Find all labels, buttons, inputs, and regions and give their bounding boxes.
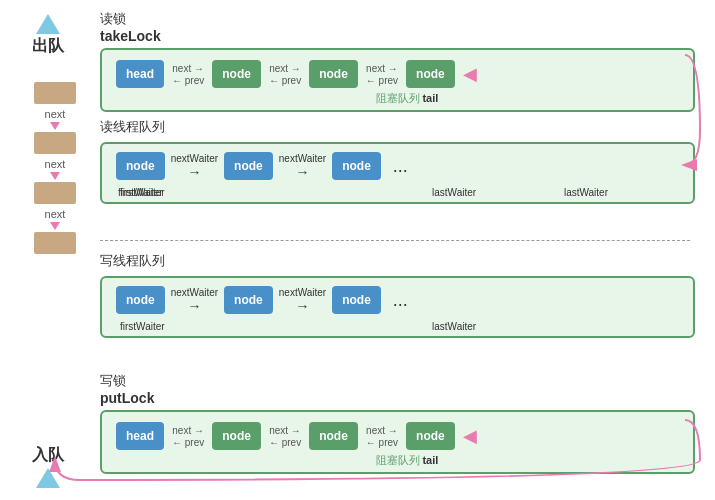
next-label-3: next: [45, 208, 66, 220]
readlock-node2: node: [309, 60, 358, 88]
wt-arrow1: nextWaiter →: [171, 287, 218, 314]
write-thread-green-box: node nextWaiter → node nextWaiter → node…: [100, 276, 695, 338]
readlock-head-node: head: [116, 60, 164, 88]
down-arrow-3: [50, 222, 60, 230]
writelock-section: 写锁 putLock head next → ← prev node next …: [100, 372, 695, 474]
rt-first-waiter-abs: firstWaiter: [120, 187, 165, 198]
writelock-node1-wrap: node: [212, 422, 261, 450]
rt-last-waiter-abs: lastWaiter: [432, 187, 476, 198]
divider: [100, 240, 690, 241]
wt-dots: ...: [393, 290, 408, 311]
read-thread-green-box: node firstWaiter nextWaiter → node nextW…: [100, 142, 695, 204]
rt-arrow1: nextWaiter →: [171, 153, 218, 180]
writelock-title-en: putLock: [100, 390, 154, 406]
rt-node3-wrap: node lastWaiter: [332, 152, 381, 180]
queue-block-1: [34, 82, 76, 104]
between-wl-n1-n2: next → ← prev: [269, 425, 301, 448]
writelock-head-node: head: [116, 422, 164, 450]
wt-node2-wrap: node: [224, 286, 273, 314]
diagram-container: 出队 next next next 入队 读锁 takeLock: [0, 0, 715, 500]
between-n1-n2: next → ← prev: [269, 63, 301, 86]
between-wl-n2-n3: next → ← prev: [366, 425, 398, 448]
readlock-tail-label: tail: [422, 92, 438, 104]
readlock-section: 读锁 takeLock head next → ← prev node: [100, 10, 695, 112]
writelock-tail-label: tail: [422, 454, 438, 466]
dequeue-arrow-icon: [36, 14, 60, 34]
enqueue-text: 入队: [32, 445, 64, 466]
between-wl-head-n1: next → ← prev: [172, 425, 204, 448]
writelock-title: 写锁 putLock: [100, 372, 695, 406]
next-label-1: next: [45, 108, 66, 120]
read-thread-title-text: 读线程队列: [100, 119, 165, 134]
writelock-blocked-label: 阻塞队列: [376, 453, 420, 468]
rt-node2: node: [224, 152, 273, 180]
readlock-node3: node: [406, 60, 455, 88]
dequeue-text: 出队: [32, 36, 64, 57]
writelock-node1: node: [212, 422, 261, 450]
wt-node1: node: [116, 286, 165, 314]
write-thread-section: 写线程队列 node nextWaiter → node nextWaiter …: [100, 252, 695, 338]
wt-node1-wrap: node: [116, 286, 165, 314]
enqueue-label: 入队: [32, 445, 64, 488]
readlock-node2-wrap: node: [309, 60, 358, 88]
readlock-title-en: takeLock: [100, 28, 161, 44]
down-arrow-2: [50, 172, 60, 180]
queue-block-3: [34, 182, 76, 204]
readlock-node1-wrap: node: [212, 60, 261, 88]
rt-last-waiter: lastWaiter: [564, 187, 608, 198]
wt-first-waiter-abs: firstWaiter: [120, 321, 165, 332]
rt-node1-wrap: node firstWaiter: [116, 152, 165, 180]
writelock-node3-wrap: node tail: [406, 422, 455, 450]
read-thread-title: 读线程队列: [100, 118, 695, 136]
readlock-green-box: head next → ← prev node next → ← prev no…: [100, 48, 695, 112]
between-n2-n3: next → ← prev: [366, 63, 398, 86]
wt-node3: node: [332, 286, 381, 314]
wt-last-waiter-abs: lastWaiter: [432, 321, 476, 332]
wt-node3-wrap: node: [332, 286, 381, 314]
writelock-node3: node: [406, 422, 455, 450]
dequeue-label: 出队: [32, 14, 64, 57]
writelock-node2: node: [309, 422, 358, 450]
readlock-blocked-label: 阻塞队列: [376, 91, 420, 106]
next-label-2: next: [45, 158, 66, 170]
readlock-title: 读锁 takeLock: [100, 10, 695, 44]
readlock-head-wrap: head: [116, 60, 164, 88]
write-thread-title-text: 写线程队列: [100, 253, 165, 268]
writelock-green-box: head next → ← prev node next → ← prev no…: [100, 410, 695, 474]
write-thread-title: 写线程队列: [100, 252, 695, 270]
queue-block-2: [34, 132, 76, 154]
rt-node2-wrap: node: [224, 152, 273, 180]
rt-node1: node: [116, 152, 165, 180]
wt-node2: node: [224, 286, 273, 314]
enqueue-arrow-icon: [36, 468, 60, 488]
writelock-title-cn: 写锁: [100, 373, 126, 388]
wt-arrow2: nextWaiter →: [279, 287, 326, 314]
left-queue: 出队 next next next 入队: [18, 0, 90, 500]
queue-blocks: next next next: [34, 80, 76, 256]
readlock-node3-wrap: node tail: [406, 60, 455, 88]
readlock-title-cn: 读锁: [100, 11, 126, 26]
rt-dots: ...: [393, 156, 408, 177]
down-arrow-1: [50, 122, 60, 130]
writelock-head-wrap: head: [116, 422, 164, 450]
writelock-node2-wrap: node: [309, 422, 358, 450]
readlock-node1: node: [212, 60, 261, 88]
readlock-pink-arrow: ◀: [463, 63, 477, 85]
writelock-pink-arrow: ◀: [463, 425, 477, 447]
rt-node3: node: [332, 152, 381, 180]
queue-block-4: [34, 232, 76, 254]
rt-arrow2: nextWaiter →: [279, 153, 326, 180]
read-thread-section: 读线程队列 node firstWaiter nextWaiter → node…: [100, 118, 695, 204]
between-head-n1: next → ← prev: [172, 63, 204, 86]
